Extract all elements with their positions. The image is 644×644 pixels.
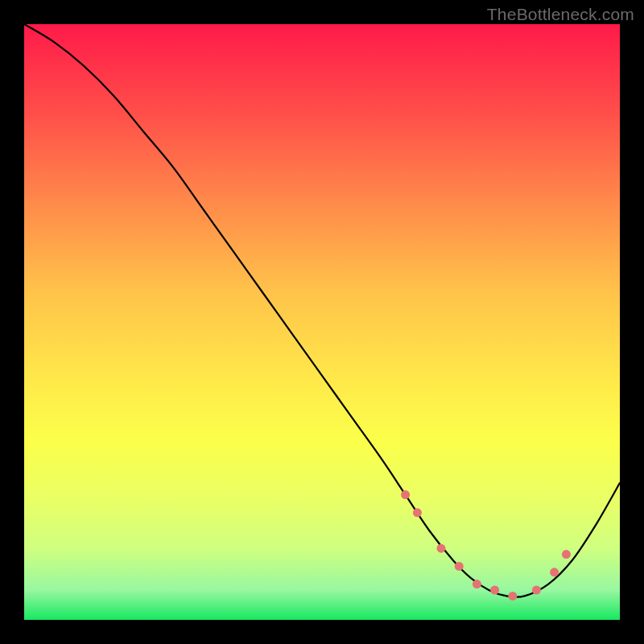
highlight-dot: [455, 562, 464, 571]
chart-frame: TheBottleneck.com: [0, 0, 644, 644]
highlight-dot: [550, 568, 559, 576]
gradient-plot-area: [24, 24, 620, 620]
highlight-dot: [490, 586, 499, 595]
highlight-dot: [508, 592, 517, 601]
highlight-markers: [401, 490, 571, 601]
highlight-dot: [473, 580, 481, 588]
highlight-dot: [532, 586, 541, 595]
curve-layer: [24, 24, 620, 620]
bottleneck-curve-line: [24, 24, 620, 597]
highlight-dot: [437, 544, 446, 553]
highlight-dot: [413, 508, 422, 517]
highlight-dot: [562, 550, 571, 559]
watermark-label: TheBottleneck.com: [487, 5, 634, 24]
highlight-dot: [401, 490, 410, 499]
